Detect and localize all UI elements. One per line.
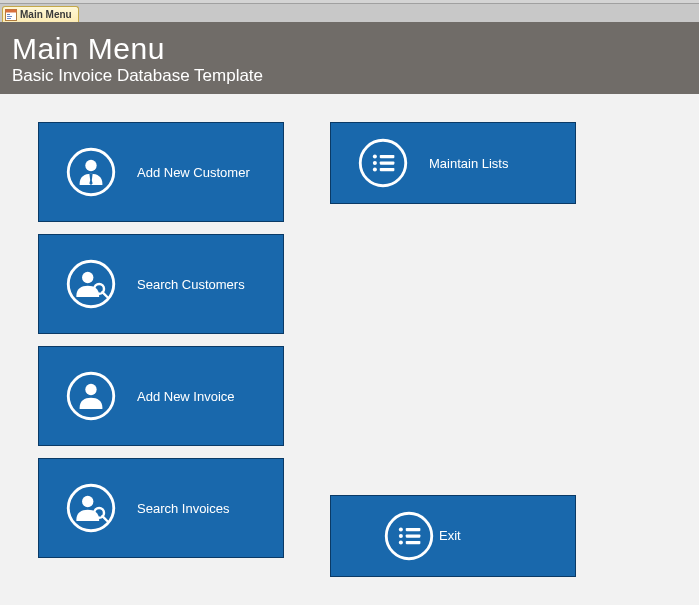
page-subtitle: Basic Invoice Database Template [12, 66, 687, 86]
svg-point-12 [85, 384, 96, 395]
svg-rect-30 [406, 541, 421, 544]
svg-rect-2 [7, 14, 10, 15]
svg-point-22 [373, 168, 377, 172]
page-title: Main Menu [12, 32, 687, 66]
content-area: Add New Customer Search Customers [0, 94, 699, 605]
svg-line-10 [102, 292, 107, 297]
svg-point-13 [68, 485, 114, 531]
svg-rect-1 [6, 9, 17, 12]
tile-label: Search Customers [137, 277, 245, 292]
tile-search-invoices[interactable]: Search Invoices [38, 458, 284, 558]
tile-label: Add New Customer [137, 165, 250, 180]
svg-rect-26 [406, 528, 421, 531]
svg-rect-28 [406, 534, 421, 537]
tile-exit[interactable]: Exit [330, 495, 576, 577]
svg-line-16 [102, 516, 107, 521]
tab-label: Main Menu [20, 9, 72, 20]
svg-rect-3 [7, 16, 12, 17]
tile-label: Maintain Lists [429, 156, 508, 171]
svg-point-6 [85, 160, 96, 171]
person-search-icon [65, 258, 117, 310]
svg-point-8 [82, 272, 93, 283]
form-icon [5, 9, 17, 21]
list-icon [357, 137, 409, 189]
svg-point-18 [373, 155, 377, 159]
column-left: Add New Customer Search Customers [38, 122, 284, 577]
svg-point-11 [68, 373, 114, 419]
svg-point-5 [68, 149, 114, 195]
person-search-icon [65, 482, 117, 534]
svg-point-27 [399, 534, 403, 538]
svg-rect-4 [7, 18, 11, 19]
svg-rect-23 [380, 168, 395, 171]
person-tie-icon [65, 146, 117, 198]
svg-rect-19 [380, 155, 395, 158]
tile-label: Search Invoices [137, 501, 230, 516]
tile-add-new-invoice[interactable]: Add New Invoice [38, 346, 284, 446]
svg-point-14 [82, 496, 93, 507]
tile-label: Add New Invoice [137, 389, 235, 404]
svg-point-29 [399, 540, 403, 544]
column-right: Maintain Lists Exit [330, 122, 576, 577]
spacer [330, 216, 576, 482]
svg-point-20 [373, 161, 377, 165]
tab-strip: Main Menu [0, 4, 699, 22]
page-header: Main Menu Basic Invoice Database Templat… [0, 22, 699, 94]
person-icon [65, 370, 117, 422]
tile-maintain-lists[interactable]: Maintain Lists [330, 122, 576, 204]
tab-main-menu[interactable]: Main Menu [2, 6, 79, 22]
tile-label: Exit [439, 528, 461, 543]
svg-rect-21 [380, 162, 395, 165]
list-icon [383, 510, 435, 562]
svg-point-7 [68, 261, 114, 307]
tile-search-customers[interactable]: Search Customers [38, 234, 284, 334]
svg-point-25 [399, 527, 403, 531]
tile-add-new-customer[interactable]: Add New Customer [38, 122, 284, 222]
